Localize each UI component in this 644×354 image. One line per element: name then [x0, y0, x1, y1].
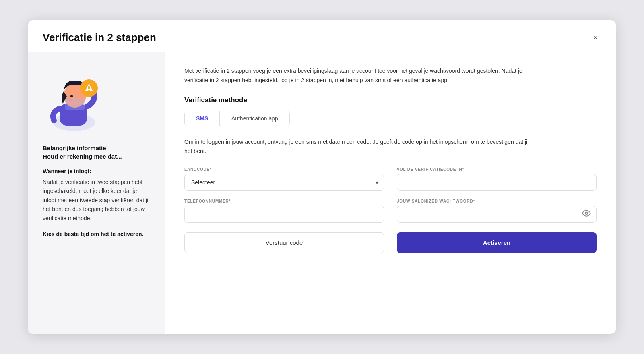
verificatiecode-label: VUL DE VERIFICATIECODE IN* — [397, 167, 597, 172]
main-description: Met verificatie in 2 stappen voeg je een… — [184, 66, 530, 85]
telefoonnummer-input[interactable] — [184, 206, 384, 223]
illustration — [43, 68, 107, 132]
tab-auth-app[interactable]: Authentication app — [220, 111, 289, 126]
svg-point-9 — [88, 90, 90, 91]
wachtwoord-group: JOUW SALONIZED WACHTWOORD* — [397, 199, 597, 223]
sidebar-cta: Kies de beste tijd om het te activeren. — [43, 230, 144, 238]
activate-button[interactable]: Activeren — [397, 232, 597, 253]
verificatiecode-group: VUL DE VERIFICATIECODE IN* — [397, 167, 597, 191]
wachtwoord-input-wrapper — [397, 206, 597, 223]
svg-point-4 — [70, 95, 73, 97]
send-code-button[interactable]: Verstuur code — [184, 232, 384, 253]
telefoonnummer-label: TELEFOONNUMMER* — [184, 199, 384, 203]
svg-point-11 — [585, 212, 588, 215]
tab-sms[interactable]: SMS — [185, 111, 219, 126]
modal: Verificatie in 2 stappen × — [28, 20, 616, 334]
wachtwoord-input[interactable] — [397, 206, 597, 223]
sidebar-when-text: Nadat je verificatie in twee stappen heb… — [43, 178, 151, 223]
landcode-select[interactable]: Selecteer Nederland (+31) België (+32) D… — [184, 174, 384, 191]
modal-body: Belangrijke informatie! Houd er rekening… — [28, 52, 616, 334]
svg-rect-10 — [65, 98, 85, 110]
tab-group: SMS Authentication app — [184, 111, 290, 126]
eye-icon[interactable] — [582, 209, 591, 220]
landcode-label: LANDCODE* — [184, 167, 384, 172]
sidebar-important: Belangrijke informatie! Houd er rekening… — [43, 144, 122, 161]
sidebar-when-title: Wanneer je inlogt: — [43, 168, 91, 174]
sidebar: Belangrijke informatie! Houd er rekening… — [28, 52, 165, 334]
telefoonnummer-group: TELEFOONNUMMER* — [184, 199, 384, 223]
modal-header: Verificatie in 2 stappen × — [28, 20, 616, 52]
sms-description: Om in te loggen in jouw account, ontvang… — [184, 137, 530, 156]
main-content: Met verificatie in 2 stappen voeg je een… — [165, 52, 616, 334]
section-title: Verificatie methode — [184, 96, 597, 104]
verificatiecode-input[interactable] — [397, 174, 597, 191]
wachtwoord-label: JOUW SALONIZED WACHTWOORD* — [397, 199, 597, 203]
form-actions: Verstuur code Activeren — [184, 232, 597, 253]
close-button[interactable]: × — [590, 32, 601, 44]
landcode-group: LANDCODE* Selecteer Nederland (+31) Belg… — [184, 167, 384, 191]
form-grid: LANDCODE* Selecteer Nederland (+31) Belg… — [184, 167, 597, 223]
svg-rect-8 — [88, 86, 90, 89]
landcode-select-wrapper: Selecteer Nederland (+31) België (+32) D… — [184, 174, 384, 191]
modal-title: Verificatie in 2 stappen — [43, 31, 156, 44]
